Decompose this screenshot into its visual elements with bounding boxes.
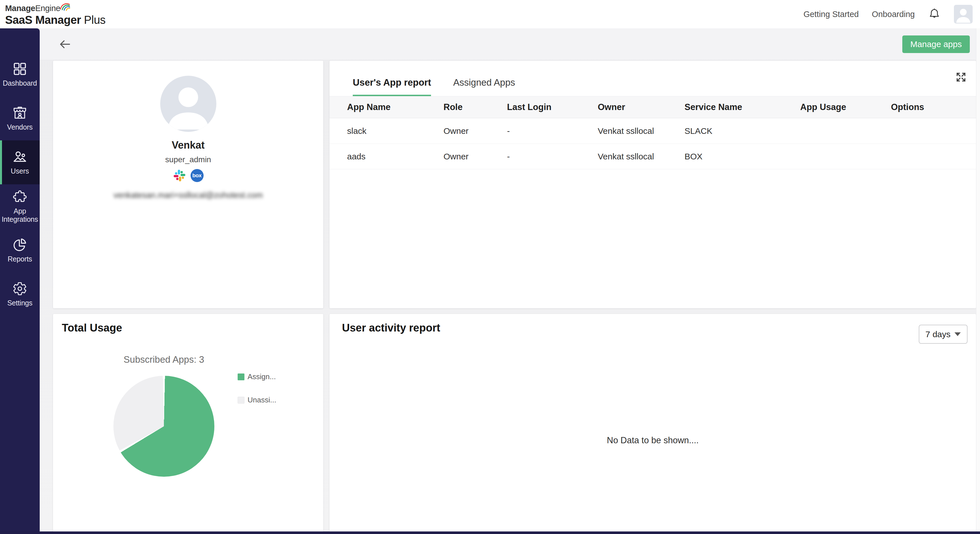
date-range-dropdown[interactable]: 7 days	[919, 325, 967, 344]
pie-legend: Assign...Unassi...	[238, 372, 276, 404]
report-tabs: User's App reportAssigned Apps	[329, 61, 976, 96]
sidebar-item-settings[interactable]: Settings	[0, 272, 40, 316]
chevron-down-icon	[955, 332, 961, 336]
subheader-toolbar: Manage apps	[40, 29, 980, 60]
sidebar-item-label: App Integrations	[0, 207, 40, 224]
expand-fullscreen-icon[interactable]	[955, 71, 967, 84]
table-cell: slack	[347, 126, 444, 136]
apps-report-card: User's App reportAssigned Apps App NameR…	[329, 61, 976, 308]
pie-chart-title: Subscribed Apps: 3	[113, 354, 215, 365]
brand-engine-text: Engine	[35, 4, 60, 13]
box-icon: box	[191, 169, 204, 182]
tab-user-s-app-report[interactable]: User's App report	[353, 77, 431, 96]
brand-product-light: Plus	[84, 14, 105, 26]
sidebar-item-dashboard[interactable]: Dashboard	[0, 52, 40, 97]
column-header: App Usage	[800, 102, 891, 112]
no-data-message: No Data to be shown....	[329, 435, 976, 445]
topbar-links: Getting StartedOnboarding	[803, 10, 915, 19]
sidebar-item-label: Users	[11, 167, 29, 175]
column-header: Last Login	[507, 102, 598, 112]
sidebar-nav: DashboardVendorsUsersApp IntegrationsRep…	[0, 29, 40, 534]
settings-icon	[13, 281, 27, 296]
column-header: Owner	[598, 102, 684, 112]
sidebar-item-users[interactable]: Users	[0, 140, 40, 184]
brand-product-name: SaaS Manager Plus	[5, 14, 105, 25]
legend-label: Assign...	[248, 372, 276, 381]
legend-item-assigned[interactable]: Assign...	[238, 372, 276, 381]
subscribed-apps-pie-chart[interactable]	[113, 376, 215, 477]
profile-role: super_admin	[53, 155, 323, 164]
table-cell: -	[507, 126, 598, 136]
tab-assigned-apps[interactable]: Assigned Apps	[453, 77, 515, 96]
brand-swoosh-icon	[59, 2, 70, 11]
column-header: Role	[444, 102, 507, 112]
app-integrations-icon	[13, 189, 27, 204]
top-link-getting-started[interactable]: Getting Started	[803, 10, 859, 19]
sidebar-item-label: Reports	[8, 255, 32, 263]
sidebar-item-vendors[interactable]: Vendors	[0, 97, 40, 140]
profile-avatar	[160, 76, 216, 132]
sidebar-item-label: Vendors	[7, 123, 33, 131]
notification-bell-icon[interactable]	[928, 8, 941, 21]
brand-manageengine: ManageEngine	[5, 4, 105, 13]
total-usage-card: Total Usage Subscribed Apps: 3 Assign...…	[53, 314, 323, 534]
user-activity-card: User activity report 7 days No Data to b…	[329, 314, 976, 534]
column-header: Options	[891, 102, 976, 112]
legend-swatch	[238, 397, 245, 404]
legend-swatch	[238, 373, 245, 380]
users-icon	[13, 149, 27, 164]
table-row[interactable]: aadsOwner-Venkat ssllocalBOX	[329, 144, 976, 169]
brand-logo: ManageEngine SaaS Manager Plus	[5, 3, 105, 25]
table-cell: Venkat ssllocal	[598, 126, 684, 136]
reports-icon	[13, 237, 27, 252]
profile-name: Venkat	[53, 139, 323, 151]
total-usage-title: Total Usage	[62, 322, 122, 334]
vendors-icon	[13, 105, 27, 120]
table-cell: aads	[347, 152, 444, 161]
sidebar-item-reports[interactable]: Reports	[0, 228, 40, 272]
table-cell: -	[507, 152, 598, 161]
sidebar-item-label: Dashboard	[3, 79, 37, 87]
table-cell: SLACK	[684, 126, 800, 136]
vertical-scrollbar-track[interactable]	[976, 29, 980, 534]
top-link-onboarding[interactable]: Onboarding	[872, 10, 915, 19]
user-avatar[interactable]	[954, 5, 973, 24]
profile-app-badges: box	[53, 169, 323, 182]
column-header: Service Name	[684, 102, 800, 112]
back-arrow-button[interactable]	[59, 38, 72, 51]
bottom-edge-bar	[0, 531, 980, 534]
topbar-right: Getting StartedOnboarding	[803, 5, 973, 24]
manage-apps-button[interactable]: Manage apps	[902, 35, 970, 53]
top-header: ManageEngine SaaS Manager Plus Getting S…	[0, 0, 980, 29]
sidebar-item-label: Settings	[7, 299, 33, 307]
date-range-value: 7 days	[926, 329, 950, 339]
dashboard-icon	[13, 62, 27, 76]
apps-table-body: slackOwner-Venkat ssllocalSLACKaadsOwner…	[329, 118, 976, 169]
user-profile-card: Venkat super_admin box venkatesan.mari+s…	[53, 61, 323, 308]
apps-table-header-row: App NameRoleLast LoginOwnerService NameA…	[329, 96, 976, 118]
sidebar-item-app-integrations[interactable]: App Integrations	[0, 184, 40, 228]
brand-product-bold: SaaS Manager	[5, 14, 81, 26]
table-cell: Owner	[444, 126, 507, 136]
column-header: App Name	[347, 102, 444, 112]
table-cell: Owner	[444, 152, 507, 161]
legend-label: Unassi...	[248, 396, 276, 404]
legend-item-unassigned[interactable]: Unassi...	[238, 396, 276, 404]
table-row[interactable]: slackOwner-Venkat ssllocalSLACK	[329, 118, 976, 144]
brand-manage-text: Manage	[5, 4, 35, 13]
profile-email-blurred: venkatesan.mari+ssllocal@zohotest.com	[53, 191, 323, 200]
slack-icon	[173, 169, 186, 182]
table-cell: Venkat ssllocal	[598, 152, 684, 161]
user-activity-title: User activity report	[342, 322, 440, 334]
table-cell: BOX	[684, 152, 800, 161]
